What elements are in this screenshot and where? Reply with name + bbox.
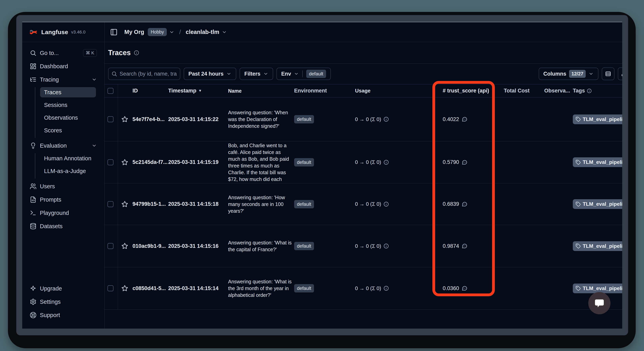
row-checkbox[interactable] — [108, 243, 114, 249]
file-code-icon — [30, 196, 36, 203]
tag-badge[interactable]: TLM_eval_pipeline — [573, 283, 622, 293]
chevron-down-icon[interactable] — [169, 30, 174, 35]
trace-id[interactable]: 94799b15-1... — [132, 201, 168, 207]
tag-badge[interactable]: TLM_eval_pipeline — [573, 199, 622, 209]
trust-score-value: 0.5790 — [443, 159, 459, 165]
comment-icon[interactable] — [462, 285, 468, 291]
chevron-down-icon[interactable] — [222, 30, 227, 35]
row-checkbox[interactable] — [108, 159, 114, 165]
header-environment[interactable]: Environment — [294, 88, 355, 94]
select-all-checkbox[interactable] — [108, 88, 114, 94]
table-row[interactable]: 010ac9b1-9...2025-03-31 14:15:16Answerin… — [104, 225, 622, 267]
tag-badge[interactable]: TLM_eval_pipeline — [573, 115, 622, 124]
page-header: Traces — [104, 42, 622, 64]
search-input[interactable] — [120, 71, 177, 77]
trace-environment: default — [294, 242, 355, 250]
divider — [302, 71, 303, 77]
time-range-button[interactable]: Past 24 hours — [184, 68, 236, 80]
comment-icon[interactable] — [462, 159, 468, 165]
table-row[interactable]: 54e7f7e4-b...2025-03-31 14:15:22Answerin… — [104, 97, 622, 141]
shortcut-badge: ⌘ K — [83, 49, 97, 57]
row-checkbox-cell — [108, 183, 118, 225]
comment-icon[interactable] — [462, 201, 468, 207]
star-icon[interactable] — [122, 285, 128, 292]
table-row[interactable]: c0850d41-5...2025-03-31 14:15:14Answerin… — [104, 267, 622, 309]
layout-dashboard-icon — [30, 63, 36, 70]
sidebar-item-users[interactable]: Users — [27, 181, 100, 192]
info-icon[interactable] — [134, 50, 139, 55]
sidebar-item-goto[interactable]: Go to...⌘ K — [27, 47, 100, 59]
tags-cell: TLM_eval_pipeline — [573, 115, 622, 124]
trace-id[interactable]: 5c2145da-f7... — [132, 159, 168, 165]
sidebar-item-human-annotation[interactable]: Human Annotation — [40, 153, 96, 164]
table-row[interactable]: 5c2145da-f7...2025-03-31 14:15:19Bob, an… — [104, 141, 622, 183]
star-icon[interactable] — [122, 159, 128, 166]
langfuse-app-window: Langfuse v3.46.0 Go to...⌘ KDashboardTra… — [22, 22, 622, 328]
search-box[interactable] — [108, 68, 180, 80]
brand-name: Langfuse — [41, 29, 68, 36]
project-name[interactable]: cleanlab-tlm — [186, 29, 219, 35]
chat-bubble-icon — [594, 298, 605, 309]
trace-environment: default — [294, 284, 355, 292]
tag-badge[interactable]: TLM_eval_pipeline — [573, 241, 622, 251]
header-total-cost[interactable]: Total Cost — [504, 88, 544, 94]
sidebar-item-support[interactable]: Support — [27, 309, 100, 321]
env-filter-button[interactable]: Env default — [276, 68, 331, 80]
header-id[interactable]: ID — [132, 88, 168, 94]
info-icon — [587, 89, 592, 93]
env-value-badge: default — [306, 70, 326, 78]
row-height-button[interactable] — [602, 68, 614, 80]
header-tags[interactable]: Tags — [573, 88, 622, 94]
sort-desc-icon[interactable]: ▼ — [198, 89, 202, 93]
sidebar-item-tracing[interactable]: Tracing — [27, 74, 100, 85]
sidebar-item-settings[interactable]: Settings — [27, 296, 100, 307]
sidebar-item-upgrade[interactable]: Upgrade — [27, 283, 100, 294]
tags-cell: TLM_eval_pipeline — [573, 157, 622, 167]
info-icon — [384, 160, 389, 165]
table-row[interactable]: 94799b15-1...2025-03-31 14:15:18Answerin… — [104, 183, 622, 225]
header-trust-score[interactable]: # trust_score (api) — [443, 88, 504, 94]
traces-table: IDTimestamp▼NameEnvironmentUsage# trust_… — [104, 84, 622, 328]
header-name[interactable]: Name — [228, 88, 294, 94]
row-checkbox[interactable] — [108, 201, 114, 207]
trace-id[interactable]: 010ac9b1-9... — [132, 243, 168, 249]
sidebar-item-sessions[interactable]: Sessions — [40, 100, 96, 110]
trace-timestamp: 2025-03-31 14:15:14 — [168, 285, 228, 291]
sidebar-item-dashboard[interactable]: Dashboard — [27, 61, 100, 72]
sidebar-item-evaluation[interactable]: Evaluation — [27, 140, 100, 151]
sidebar-item-observations[interactable]: Observations — [40, 113, 96, 123]
columns-button[interactable]: Columns 12/27 — [539, 68, 598, 80]
comment-icon[interactable] — [462, 116, 468, 122]
tag-icon — [576, 160, 581, 165]
trust-score-cell: 0.4022 — [443, 116, 504, 122]
breadcrumb-separator: / — [179, 28, 181, 36]
sidebar-item-datasets[interactable]: Datasets — [27, 220, 100, 232]
trace-environment: default — [294, 200, 355, 208]
sidebar-item-playground[interactable]: Playground — [27, 207, 100, 219]
trace-id[interactable]: 54e7f7e4-b... — [132, 116, 168, 122]
bookmark-cell — [118, 116, 132, 123]
trust-score-value: 0.6839 — [443, 201, 459, 207]
bookmark-cell — [118, 285, 132, 292]
export-button[interactable] — [618, 68, 622, 80]
comment-icon[interactable] — [462, 243, 468, 249]
row-checkbox[interactable] — [108, 116, 114, 122]
header-usage[interactable]: Usage — [355, 88, 443, 94]
star-icon[interactable] — [122, 243, 128, 249]
sidebar-item-prompts[interactable]: Prompts — [27, 194, 100, 205]
trace-id[interactable]: c0850d41-5... — [132, 285, 168, 291]
star-icon[interactable] — [122, 201, 128, 208]
chat-widget-button[interactable] — [588, 292, 610, 314]
panel-left-icon[interactable] — [110, 28, 118, 36]
tag-badge[interactable]: TLM_eval_pipeline — [573, 157, 622, 167]
header-observations[interactable]: Observa... — [544, 88, 573, 94]
sidebar-item-scores[interactable]: Scores — [40, 125, 96, 136]
star-icon[interactable] — [122, 116, 128, 123]
sidebar-item-llm-as-a-judge[interactable]: LLM-as-a-Judge — [40, 166, 96, 176]
sidebar-item-traces[interactable]: Traces — [40, 87, 96, 97]
environment-badge: default — [294, 200, 314, 208]
org-name[interactable]: My Org — [124, 29, 144, 35]
filters-button[interactable]: Filters — [240, 68, 273, 80]
row-checkbox[interactable] — [108, 285, 114, 291]
header-timestamp[interactable]: Timestamp▼ — [168, 88, 228, 94]
